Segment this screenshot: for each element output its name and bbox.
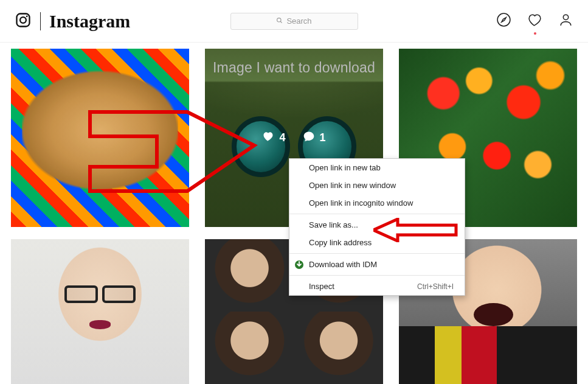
- notification-dot-icon: [534, 32, 536, 35]
- menu-label: Download with IDM: [309, 260, 377, 269]
- context-menu-separator: [289, 275, 465, 276]
- search-placeholder: Search: [286, 16, 311, 26]
- profile-icon[interactable]: [558, 12, 573, 30]
- context-menu-item-download-idm[interactable]: Download with IDM: [289, 256, 465, 273]
- context-menu-item-open-incognito[interactable]: Open link in incognito window: [289, 194, 465, 212]
- comments-stat: 1: [303, 130, 326, 145]
- svg-line-4: [281, 21, 282, 23]
- context-menu-item-open-new-window[interactable]: Open link in new window: [289, 176, 465, 194]
- instagram-wordmark: Instagram: [49, 11, 130, 32]
- svg-point-7: [563, 15, 568, 19]
- menu-label: Inspect: [309, 282, 334, 291]
- likes-count: 4: [279, 131, 285, 144]
- svg-point-1: [20, 17, 26, 23]
- menu-label: Save link as...: [309, 220, 358, 229]
- search-input[interactable]: Search: [230, 13, 358, 30]
- menu-label: Open link in new window: [309, 181, 396, 190]
- instagram-glyph-icon: [15, 12, 32, 31]
- comment-icon: [303, 130, 315, 145]
- leaf-image: [22, 63, 179, 212]
- svg-marker-6: [502, 18, 506, 22]
- menu-label: Copy link address: [309, 238, 372, 247]
- idm-icon: [294, 260, 304, 270]
- post-thumbnail[interactable]: [11, 49, 189, 227]
- activity-heart-icon[interactable]: [527, 12, 542, 30]
- search-icon: [276, 16, 283, 26]
- menu-shortcut: Ctrl+Shift+I: [417, 282, 454, 291]
- svg-point-2: [26, 15, 28, 17]
- heart-icon: [262, 130, 274, 145]
- context-menu-item-open-new-tab[interactable]: Open link in new tab: [289, 159, 465, 176]
- svg-point-5: [497, 13, 510, 26]
- top-navbar: Instagram Search: [0, 0, 588, 43]
- context-menu: Open link in new tab Open link in new wi…: [289, 158, 465, 296]
- search-wrap: Search: [230, 13, 358, 30]
- likes-stat: 4: [262, 130, 285, 145]
- context-menu-item-copy-link-address[interactable]: Copy link address: [289, 234, 465, 251]
- context-menu-separator: [289, 253, 465, 254]
- svg-point-3: [277, 18, 281, 22]
- context-menu-separator: [289, 214, 465, 214]
- menu-label: Open link in incognito window: [309, 198, 413, 208]
- svg-rect-0: [17, 13, 30, 26]
- comments-count: 1: [320, 131, 326, 144]
- logo-group[interactable]: Instagram: [15, 11, 130, 32]
- explore-icon[interactable]: [496, 12, 511, 30]
- nav-icons: [496, 12, 573, 30]
- context-menu-item-save-link-as[interactable]: Save link as...: [289, 216, 465, 234]
- post-thumbnail[interactable]: [11, 239, 189, 384]
- menu-label: Open link in new tab: [309, 163, 381, 172]
- logo-divider: [40, 12, 41, 30]
- context-menu-item-inspect[interactable]: Inspect Ctrl+Shift+I: [289, 278, 465, 295]
